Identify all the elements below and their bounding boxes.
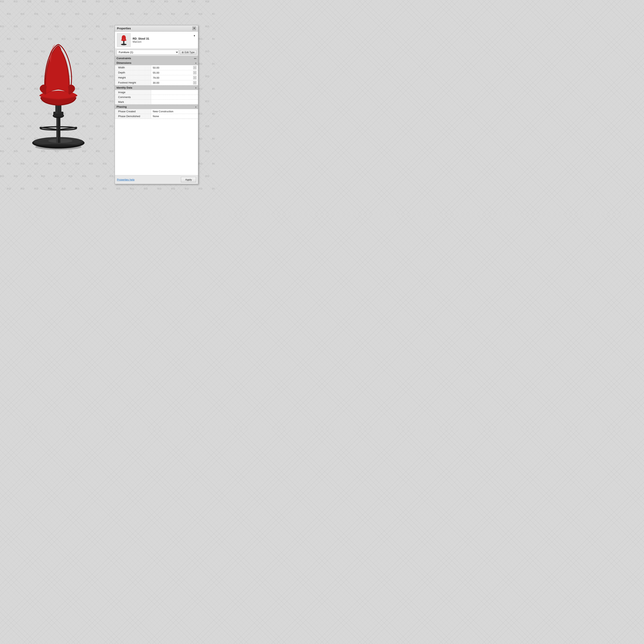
prop-value-phase-created[interactable]: New Construction	[151, 109, 198, 114]
prop-label-comments: Comments	[115, 95, 151, 99]
panel-title-bar: Properties ✕	[115, 25, 198, 32]
prop-value-phase-demolished[interactable]: None	[151, 114, 198, 119]
prop-value-mark[interactable]	[151, 100, 198, 104]
panel-title: Properties	[117, 27, 131, 30]
category-select[interactable]: Furniture (1)	[117, 50, 179, 55]
section-identity-data[interactable]: Identity Data »	[115, 85, 198, 90]
depth-value-button[interactable]: □	[193, 71, 196, 74]
section-constraints-label: Constraints	[117, 57, 131, 60]
panel-body: Constraints «« Dimensions » Width 50.00 …	[115, 56, 198, 175]
prop-label-width: Width	[115, 65, 151, 70]
footrest-height-value-button[interactable]: □	[193, 81, 196, 84]
prop-label-footrest-height: Footrest Height	[115, 80, 151, 85]
section-identity-data-chevron: »	[195, 87, 196, 89]
thumbnail-icon	[118, 34, 129, 46]
prop-row-depth: Depth 55.00 □	[115, 70, 198, 75]
section-identity-data-label: Identity Data	[117, 86, 132, 89]
edit-type-button[interactable]: ⊞ Edit Type	[180, 50, 196, 55]
prop-value-phase-demolished-text: None	[153, 115, 159, 118]
prop-value-depth-text: 55.00	[153, 71, 159, 74]
object-name: RD_Stool 31	[133, 37, 191, 40]
section-phasing[interactable]: Phasing »	[115, 104, 198, 109]
prop-value-width[interactable]: 50.00 □	[151, 65, 198, 70]
section-phasing-label: Phasing	[117, 105, 127, 108]
close-button[interactable]: ✕	[192, 27, 196, 30]
apply-button[interactable]: Apply	[181, 177, 196, 182]
prop-row-mark: Mark	[115, 100, 198, 104]
svg-rect-5	[57, 115, 58, 143]
svg-point-11	[35, 144, 82, 150]
prop-row-width: Width 50.00 □	[115, 65, 198, 70]
category-row: Furniture (1) ⊞ Edit Type	[115, 49, 198, 56]
prop-value-footrest-height[interactable]: 30.00 □	[151, 80, 198, 85]
prop-value-height[interactable]: 79.00 □	[151, 75, 198, 80]
prop-label-mark: Mark	[115, 100, 151, 104]
prop-value-footrest-height-text: 30.00	[153, 81, 159, 84]
prop-value-height-text: 79.00	[153, 76, 159, 79]
panel-header: RD_Stool 31 Maroon ▼	[115, 32, 198, 49]
panel-footer: Properties help Apply	[115, 175, 198, 184]
edit-type-icon: ⊞	[182, 51, 184, 54]
height-value-button[interactable]: □	[193, 76, 196, 79]
header-dropdown-arrow[interactable]: ▼	[193, 33, 196, 47]
prop-label-depth: Depth	[115, 70, 151, 75]
svg-rect-13	[123, 40, 124, 45]
chair-area	[0, 0, 117, 181]
prop-label-phase-created: Phase Created	[115, 109, 151, 114]
properties-panel: Properties ✕ RD_Stool 31 Maroon ▼	[115, 25, 198, 184]
object-info: RD_Stool 31 Maroon	[133, 37, 191, 43]
prop-value-depth[interactable]: 55.00 □	[151, 70, 198, 75]
edit-type-label: Edit Type	[185, 51, 195, 54]
section-dimensions[interactable]: Dimensions »	[115, 61, 198, 65]
chair-illustration	[16, 28, 101, 153]
prop-row-height: Height 79.00 □	[115, 75, 198, 80]
prop-label-height: Height	[115, 75, 151, 80]
section-phasing-chevron: »	[195, 106, 196, 108]
object-thumbnail	[117, 33, 131, 47]
prop-row-phase-created: Phase Created New Construction	[115, 109, 198, 114]
prop-value-phase-created-text: New Construction	[153, 110, 173, 113]
prop-value-width-text: 50.00	[153, 66, 159, 69]
prop-row-phase-demolished: Phase Demolished None	[115, 114, 198, 119]
svg-point-14	[125, 36, 125, 37]
prop-row-comments: Comments	[115, 95, 198, 100]
object-color: Maroon	[133, 40, 191, 43]
section-dimensions-chevron: »	[195, 62, 196, 64]
prop-label-phase-demolished: Phase Demolished	[115, 114, 151, 119]
prop-row-footrest-height: Footrest Height 30.00 □	[115, 80, 198, 85]
section-constraints-chevron: ««	[194, 57, 196, 60]
prop-row-image: Image	[115, 90, 198, 95]
prop-label-image: Image	[115, 90, 151, 95]
prop-value-comments[interactable]	[151, 95, 198, 99]
empty-panel-area	[115, 119, 198, 175]
prop-value-image[interactable]	[151, 90, 198, 95]
width-value-button[interactable]: □	[193, 66, 196, 69]
section-constraints[interactable]: Constraints ««	[115, 56, 198, 61]
section-dimensions-label: Dimensions	[117, 61, 131, 64]
properties-help-link[interactable]: Properties help	[117, 178, 134, 181]
